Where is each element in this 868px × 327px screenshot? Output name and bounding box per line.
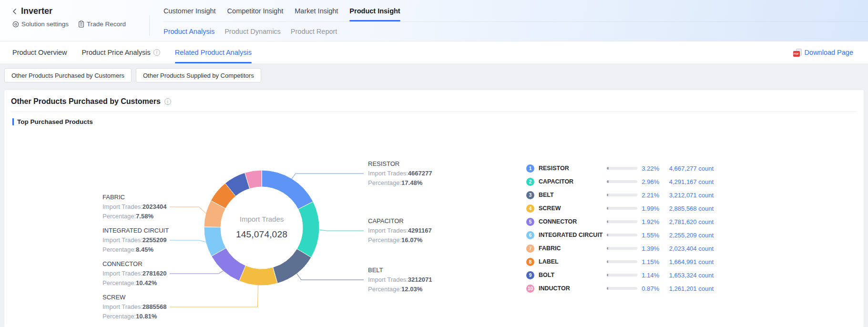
share-bar-fill bbox=[607, 194, 608, 196]
download-page-label: Download Page bbox=[805, 49, 853, 56]
related-products-card: Other Products Purchased by Customers i … bbox=[4, 90, 864, 327]
share-bar-fill bbox=[607, 180, 609, 183]
callout-import-trades: Import Trades:4291167 bbox=[368, 226, 487, 235]
page-title: Inverter bbox=[21, 6, 52, 16]
share-bar bbox=[607, 287, 637, 290]
secondary-tab-product-overview[interactable]: Product Overview bbox=[12, 41, 67, 63]
callout-line-belt bbox=[297, 274, 364, 280]
share-bar-fill bbox=[607, 220, 608, 223]
trade-count: 2,023,404 count bbox=[659, 245, 714, 252]
main-tab-competitor-insight[interactable]: Competitor Insight bbox=[227, 0, 284, 21]
ranking-row-integrated-circuit[interactable]: 6INTEGRATED CIRCUIT1.55%2,255,209 count bbox=[526, 228, 714, 242]
sub-tab-product-report[interactable]: Product Report bbox=[291, 28, 337, 35]
callout-product-name: FABRIC bbox=[102, 193, 222, 202]
product-name: RESISTOR bbox=[539, 165, 607, 172]
active-secondary-underline bbox=[175, 62, 252, 63]
rank-badge: 9 bbox=[526, 271, 534, 279]
rank-badge: 6 bbox=[526, 231, 534, 239]
share-bar bbox=[607, 167, 637, 170]
callout-label-fabric: FABRICImport Trades:2023404Percentage:7.… bbox=[102, 193, 222, 221]
callout-import-trades: Import Trades:2023404 bbox=[102, 202, 222, 212]
trade-count: 1,261,201 count bbox=[659, 285, 714, 292]
callout-percentage: Percentage:7.58% bbox=[102, 212, 222, 221]
rank-badge: 10 bbox=[526, 285, 534, 293]
main-tab-label: Customer Insight bbox=[163, 7, 216, 15]
ranking-row-bolt[interactable]: 9BOLT1.14%1,653,324 count bbox=[526, 268, 714, 282]
callout-line-capacitor bbox=[319, 230, 364, 231]
share-percentage: 1.14% bbox=[637, 272, 659, 279]
secondary-tabs: Product OverviewProduct Price AnalysisiR… bbox=[12, 41, 266, 63]
ranking-row-capacitor[interactable]: 2CAPACITOR2.96%4,291,167 count bbox=[526, 175, 714, 188]
callout-percentage: Percentage:17.48% bbox=[368, 178, 487, 188]
sub-tab-product-analysis[interactable]: Product Analysis bbox=[163, 28, 214, 35]
section-info-icon[interactable]: i bbox=[164, 98, 171, 105]
top-header: Inverter Solution settings Trade Record … bbox=[0, 0, 868, 41]
callout-label-resistor: RESISTORImport Trades:4667277Percentage:… bbox=[368, 159, 487, 188]
ranking-row-belt[interactable]: 3BELT2.21%3,212,071 count bbox=[526, 188, 714, 202]
main-tab-label: Market Insight bbox=[295, 7, 338, 15]
share-percentage: 1.92% bbox=[637, 218, 659, 225]
product-name: INDUCTOR bbox=[539, 285, 607, 292]
ranking-row-connector[interactable]: 5CONNECTOR1.92%2,781,620 count bbox=[526, 215, 714, 228]
filter-buttons: Other Products Purchased by CustomersOth… bbox=[4, 68, 868, 82]
share-bar-fill bbox=[607, 247, 608, 250]
donut-segment-belt[interactable] bbox=[273, 249, 311, 283]
secondary-tab-label: Product Price Analysis bbox=[82, 49, 150, 56]
rank-badge: 8 bbox=[526, 258, 534, 266]
share-percentage: 2.21% bbox=[637, 192, 659, 199]
callout-product-name: RESISTOR bbox=[368, 159, 487, 169]
share-bar bbox=[607, 234, 637, 236]
callout-product-name: CAPACITOR bbox=[368, 216, 487, 226]
share-percentage: 1.55% bbox=[637, 232, 659, 239]
callout-import-trades: Import Trades:2885568 bbox=[102, 302, 222, 312]
share-percentage: 0.87% bbox=[637, 285, 659, 292]
donut-segment-resistor[interactable] bbox=[262, 170, 313, 209]
solution-settings-button[interactable]: Solution settings bbox=[12, 20, 69, 28]
callout-percentage: Percentage:10.42% bbox=[102, 278, 222, 288]
rank-badge: 2 bbox=[526, 178, 534, 186]
chart-subtitle: Top Purchased Products bbox=[17, 118, 93, 125]
main-tab-customer-insight[interactable]: Customer Insight bbox=[163, 0, 216, 21]
share-bar-fill bbox=[607, 260, 608, 263]
donut-center-value: 145,074,028 bbox=[214, 229, 309, 240]
share-bar-fill bbox=[607, 287, 608, 290]
rank-badge: 4 bbox=[526, 204, 534, 213]
main-tabs: Customer InsightCompetitor InsightMarket… bbox=[163, 0, 868, 22]
callout-label-screw: SCREWImport Trades:2885568Percentage:10.… bbox=[102, 293, 222, 321]
trade-record-button[interactable]: Trade Record bbox=[78, 20, 126, 28]
share-bar-fill bbox=[607, 274, 608, 276]
sub-tab-product-dynamics[interactable]: Product Dynamics bbox=[225, 28, 281, 35]
filter-button-other-products-purchased-by-customers[interactable]: Other Products Purchased by Customers bbox=[4, 68, 132, 82]
filter-button-other-products-supplied-by-competitors[interactable]: Other Products Supplied by Competitors bbox=[136, 68, 261, 82]
callout-product-name: CONNECTOR bbox=[102, 259, 222, 269]
secondary-tab-related-product-analysis[interactable]: Related Product Analysis bbox=[175, 41, 252, 63]
share-bar bbox=[607, 260, 637, 263]
main-tab-market-insight[interactable]: Market Insight bbox=[295, 0, 338, 21]
callout-percentage: Percentage:10.81% bbox=[102, 312, 222, 321]
secondary-tab-product-price-analysis[interactable]: Product Price Analysisi bbox=[82, 41, 160, 63]
ranking-row-label[interactable]: 8LABEL1.15%1,664,991 count bbox=[526, 255, 714, 268]
ranking-row-screw[interactable]: 4SCREW1.99%2,885,568 count bbox=[526, 202, 714, 215]
callout-import-trades: Import Trades:2255209 bbox=[102, 235, 222, 245]
pdf-icon: PDF bbox=[793, 49, 802, 57]
rank-badge: 5 bbox=[526, 218, 534, 226]
share-bar-fill bbox=[607, 234, 608, 236]
share-percentage: 1.39% bbox=[637, 245, 659, 252]
solution-settings-label: Solution settings bbox=[21, 20, 69, 28]
info-icon[interactable]: i bbox=[153, 49, 160, 56]
back-button[interactable] bbox=[12, 8, 17, 15]
download-page-link[interactable]: PDF Download Page bbox=[793, 49, 853, 57]
main-tab-product-insight[interactable]: Product Insight bbox=[349, 0, 400, 21]
share-bar-fill bbox=[607, 167, 609, 170]
product-name: CONNECTOR bbox=[539, 218, 607, 225]
product-name: INTEGRATED CIRCUIT bbox=[539, 232, 607, 238]
share-bar bbox=[607, 207, 637, 210]
share-percentage: 2.96% bbox=[637, 178, 659, 185]
ranking-row-inductor[interactable]: 10INDUCTOR0.87%1,261,201 count bbox=[526, 282, 714, 295]
ranking-row-resistor[interactable]: 1RESISTOR3.22%4,667,277 count bbox=[526, 162, 714, 175]
ranking-row-fabric[interactable]: 7FABRIC1.39%2,023,404 count bbox=[526, 242, 714, 255]
donut-segment-screw[interactable] bbox=[239, 266, 277, 286]
target-icon bbox=[12, 21, 19, 28]
product-name: LABEL bbox=[539, 258, 607, 265]
section-divider bbox=[11, 111, 857, 112]
